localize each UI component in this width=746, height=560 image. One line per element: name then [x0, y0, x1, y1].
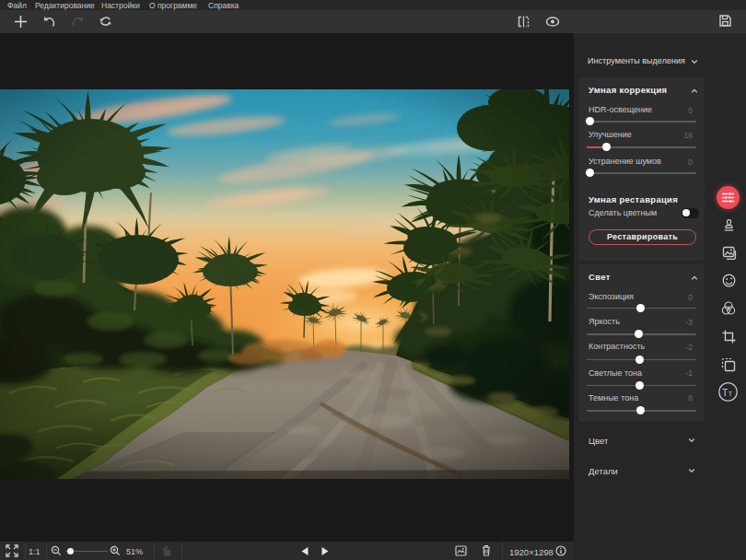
svg-text:T: T [722, 387, 729, 398]
svg-text:т: т [729, 389, 732, 398]
